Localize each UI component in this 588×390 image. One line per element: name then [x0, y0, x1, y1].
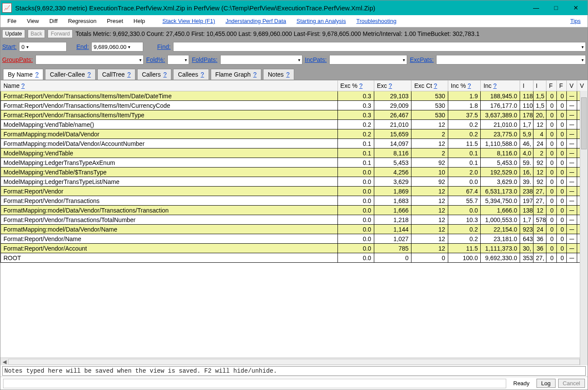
cell-inc: 3,629.0 — [481, 177, 520, 187]
tab-label: By Name — [8, 71, 34, 78]
help-icon[interactable]: ? — [468, 82, 471, 89]
menu-view[interactable]: View — [22, 16, 43, 26]
table-row[interactable]: ModelMapping:LedgerTransTypeAxEnum0.15,4… — [1, 158, 588, 168]
col-header[interactable]: F — [556, 81, 567, 91]
tab-flame-graph[interactable]: Flame Graph ? — [211, 69, 261, 80]
help-icon[interactable]: ? — [21, 82, 25, 89]
table-row[interactable]: ModelMapping:LedgerTransTypeList/Name0.0… — [1, 177, 588, 187]
foldpats-combo[interactable]: ▾ — [220, 55, 302, 64]
link-starting-analysis[interactable]: Starting an Analysis — [292, 16, 350, 26]
help-icon[interactable]: ? — [35, 71, 39, 78]
col-header[interactable]: Exc % ? — [337, 81, 374, 91]
horizontal-scrollbar[interactable]: ◀ ▶ — [0, 358, 588, 365]
tab-calltree[interactable]: CallTree ? — [97, 69, 135, 80]
find-label[interactable]: Find: — [157, 43, 170, 50]
cell-name: ModelMapping:VendTable/$TransType — [1, 168, 338, 177]
notes-field[interactable]: Notes typed here will be saved when the … — [2, 366, 586, 376]
table-row[interactable]: FormatMapping:model/Data/Vendor/Name0.01… — [1, 225, 588, 234]
menu-file[interactable]: File — [3, 16, 21, 26]
tab-caller-callee[interactable]: Caller-Callee ? — [45, 69, 96, 80]
incpats-label[interactable]: IncPats: — [305, 56, 327, 63]
help-icon[interactable]: ? — [359, 82, 363, 89]
maximize-button[interactable]: □ — [546, 1, 566, 14]
table-row[interactable]: ROOT0.000100.09,692,330.035327,00 — [1, 253, 588, 263]
status-field[interactable] — [3, 379, 506, 388]
cell-inc: 21,010.0 — [481, 120, 520, 129]
table-row[interactable]: Format:Report/Vendor0.01,8691267.46,531,… — [1, 187, 588, 196]
excpats-combo[interactable]: ▾ — [436, 55, 586, 64]
table-row[interactable]: FormatMapping:model/Data/Vendor/AccountN… — [1, 139, 588, 148]
grouppats-combo[interactable]: ▾ — [35, 55, 144, 64]
help-icon[interactable]: ? — [87, 71, 91, 78]
table-row[interactable]: ModelMapping:VendTable0.18,11620.18,116.… — [1, 148, 588, 158]
help-icon[interactable]: ? — [434, 82, 437, 89]
table-row[interactable]: Format:Report/Vendor/Transactions/TotalN… — [1, 215, 588, 225]
link-understanding-perf[interactable]: Jnderstanding Perf Data — [221, 16, 290, 26]
cell-extra: 27, — [533, 253, 546, 263]
back-button[interactable]: Back — [28, 29, 45, 38]
col-header[interactable]: Exc ? — [374, 81, 411, 91]
start-label[interactable]: Start: — [2, 43, 16, 50]
foldpats-label[interactable]: FoldPats: — [192, 56, 217, 63]
col-header[interactable]: V — [577, 81, 588, 91]
link-tips[interactable]: Tips — [566, 16, 585, 26]
help-icon[interactable]: ? — [163, 71, 167, 78]
close-button[interactable]: ✕ — [566, 1, 586, 14]
tab-by-name[interactable]: By Name ? — [3, 69, 43, 80]
table-row[interactable]: Format:Report/Vendor/Name0.01,027120.223… — [1, 234, 588, 244]
scroll-track[interactable] — [8, 359, 580, 365]
help-icon[interactable]: ? — [127, 71, 131, 78]
table-row[interactable]: Format:Report/Vendor/Transactions/Items/… — [1, 101, 588, 110]
col-header[interactable]: Exc Ct ? — [411, 81, 448, 91]
update-button[interactable]: Update — [2, 29, 25, 38]
menu-preset[interactable]: Preset — [103, 16, 128, 26]
help-icon[interactable]: ? — [389, 82, 392, 89]
col-header[interactable]: Inc % ? — [448, 81, 481, 91]
cell-extra: 39. — [520, 177, 533, 187]
foldpct-combo[interactable]: ▾ — [167, 55, 189, 64]
table-row[interactable]: Format:Report/Vendor/Transactions0.01,68… — [1, 196, 588, 206]
col-header[interactable]: V — [567, 81, 577, 91]
col-header[interactable]: I — [533, 81, 546, 91]
menu-diff[interactable]: Diff — [45, 16, 62, 26]
col-header[interactable]: Name ? — [1, 81, 338, 91]
incpats-combo[interactable]: ▾ — [329, 55, 407, 64]
menu-regression[interactable]: Regression — [64, 16, 101, 26]
minimize-button[interactable]: — — [526, 1, 546, 14]
forward-button[interactable]: Forward — [48, 29, 73, 38]
table-row[interactable]: FormatMapping:model/Data/Vendor/Transact… — [1, 206, 588, 215]
col-header[interactable]: Inc ? — [481, 81, 520, 91]
help-icon[interactable]: ? — [201, 71, 204, 78]
grouppats-label[interactable]: GroupPats: — [2, 56, 33, 63]
help-icon[interactable]: ? — [286, 71, 289, 78]
table-row[interactable]: Format:Report/Vendor/Account0.07851211.5… — [1, 244, 588, 253]
grid-scroll[interactable]: Name ?Exc % ?Exc ?Exc Ct ?Inc % ?Inc ?I … — [0, 80, 588, 358]
link-stack-view-help[interactable]: Stack View Help (F1) — [158, 16, 219, 26]
table-row[interactable]: Format:Report/Vendor/Transactions/Items/… — [1, 110, 588, 120]
tab-notes[interactable]: Notes ? — [263, 69, 294, 80]
tab-callees[interactable]: Callees ? — [173, 69, 209, 80]
table-row[interactable]: FormatMapping:model/Data/Vendor0.215,659… — [1, 129, 588, 139]
end-combo[interactable]: 9,689,060.00▾ — [91, 42, 143, 52]
link-troubleshooting[interactable]: Troubleshooting — [352, 16, 401, 26]
excpats-label[interactable]: ExcPats: — [410, 56, 434, 63]
foldpct-label[interactable]: Fold%: — [146, 56, 165, 63]
end-label[interactable]: End: — [76, 43, 89, 50]
help-icon[interactable]: ? — [493, 82, 497, 89]
start-combo[interactable]: 0▾ — [19, 42, 67, 52]
col-header[interactable]: I — [520, 81, 533, 91]
menu-help[interactable]: Help — [129, 16, 150, 26]
table-row[interactable]: ModelMapping:VendTable/name()0.221,01012… — [1, 120, 588, 129]
table-row[interactable]: ModelMapping:VendTable/$TransType0.04,25… — [1, 168, 588, 177]
tab-callers[interactable]: Callers ? — [137, 69, 171, 80]
col-header[interactable]: F — [546, 81, 556, 91]
table-row[interactable]: Format:Report/Vendor/Transactions/Items/… — [1, 91, 588, 101]
vertical-scrollbar[interactable] — [580, 80, 588, 365]
cancel-button[interactable]: Cancel — [558, 379, 585, 388]
help-icon[interactable]: ? — [253, 71, 257, 78]
log-button[interactable]: Log — [537, 379, 556, 388]
scroll-thumb[interactable] — [581, 97, 587, 149]
scroll-left-icon[interactable]: ◀ — [0, 359, 8, 365]
cell-inc-pct: 100.0 — [448, 253, 481, 263]
find-combo[interactable]: ▾ — [173, 42, 586, 52]
